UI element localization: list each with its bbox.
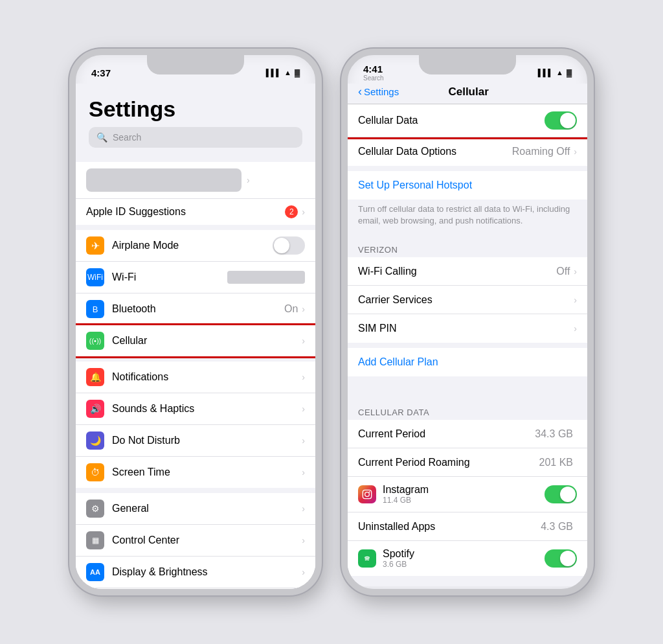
display-chevron: › bbox=[302, 567, 305, 577]
left-time: 4:37 bbox=[91, 67, 111, 78]
instagram-row[interactable]: Instagram 11.4 GB bbox=[348, 477, 587, 512]
cellular-data-group: Cellular Data Cellular Data Options Roam… bbox=[348, 104, 587, 166]
spotify-icon bbox=[358, 549, 376, 568]
apple-id-badge: 2 bbox=[285, 205, 298, 218]
sim-pin-row[interactable]: SIM PIN › bbox=[348, 314, 587, 343]
do-not-disturb-row[interactable]: 🌙 Do Not Disturb › bbox=[76, 425, 315, 457]
screen-time-label: Screen Time bbox=[112, 466, 302, 478]
cellular-row[interactable]: ((•)) Cellular › bbox=[76, 325, 315, 356]
current-period-value: 34.3 GB bbox=[535, 428, 573, 440]
accessibility-row[interactable]: ♿ Accessibility › bbox=[76, 588, 315, 589]
sounds-chevron: › bbox=[302, 404, 305, 414]
airplane-mode-row[interactable]: ✈ Airplane Mode bbox=[76, 230, 315, 262]
right-wifi-status-icon: ▲ bbox=[556, 69, 563, 76]
uninstalled-apps-label: Uninstalled Apps bbox=[358, 521, 541, 533]
screen-time-icon: ⏱ bbox=[86, 463, 104, 481]
current-period-row: Current Period 34.3 GB bbox=[348, 420, 587, 448]
wifi-row[interactable]: WiFi Wi-Fi bbox=[76, 262, 315, 293]
battery-icon: ▓ bbox=[295, 69, 300, 76]
cellular-data-usage-header: CELLULAR DATA bbox=[348, 397, 587, 420]
spotify-info: Spotify 3.6 GB bbox=[383, 548, 539, 569]
sim-pin-label: SIM PIN bbox=[358, 323, 574, 334]
back-button[interactable]: ‹ Settings bbox=[358, 85, 399, 98]
right-time: 4:41 bbox=[363, 63, 384, 75]
add-cellular-plan-row[interactable]: Add Cellular Plan bbox=[348, 348, 587, 376]
instagram-info: Instagram 11.4 GB bbox=[383, 484, 539, 505]
apple-id-group: › Apple ID Suggestions 2 › bbox=[76, 162, 315, 225]
spotify-toggle[interactable] bbox=[545, 549, 577, 568]
airplane-toggle[interactable] bbox=[273, 236, 305, 255]
instagram-name: Instagram bbox=[383, 484, 539, 496]
svg-rect-0 bbox=[363, 490, 371, 499]
wifi-label: Wi-Fi bbox=[112, 271, 227, 283]
notifications-icon: 🔔 bbox=[86, 368, 104, 386]
carrier-services-chevron: › bbox=[574, 295, 577, 305]
hotspot-group: Set Up Personal Hotspot bbox=[348, 171, 587, 200]
wifi-value-blurred bbox=[227, 271, 305, 284]
sim-pin-chevron: › bbox=[574, 323, 577, 334]
instagram-toggle[interactable] bbox=[545, 485, 577, 503]
cellular-data-label: Cellular Data bbox=[358, 115, 539, 126]
settings-title: Settings bbox=[89, 97, 302, 122]
carrier-services-row[interactable]: Carrier Services › bbox=[348, 286, 587, 314]
apple-id-suggestions-row[interactable]: Apple ID Suggestions 2 › bbox=[76, 199, 315, 225]
display-brightness-row[interactable]: AA Display & Brightness › bbox=[76, 557, 315, 588]
cellular-icon: ((•)) bbox=[86, 332, 104, 350]
hotspot-label: Set Up Personal Hotspot bbox=[358, 179, 472, 191]
sounds-haptics-row[interactable]: 🔊 Sounds & Haptics › bbox=[76, 393, 315, 425]
screen-time-row[interactable]: ⏱ Screen Time › bbox=[76, 457, 315, 488]
right-phone: 4:41 Search ▌▌▌ ▲ ▓ ‹ Settings Cellular bbox=[341, 49, 594, 595]
notifications-label: Notifications bbox=[112, 371, 302, 383]
right-battery-icon: ▓ bbox=[567, 69, 572, 76]
cellular-data-toggle[interactable] bbox=[545, 111, 577, 130]
right-status-icons: ▌▌▌ ▲ ▓ bbox=[538, 69, 572, 76]
control-center-row[interactable]: ▦ Control Center › bbox=[76, 525, 315, 557]
verizon-header: VERIZON bbox=[348, 235, 587, 257]
notifications-row[interactable]: 🔔 Notifications › bbox=[76, 362, 315, 393]
svg-point-1 bbox=[365, 492, 370, 497]
spacer-2 bbox=[348, 387, 587, 397]
bluetooth-row[interactable]: B Bluetooth On › bbox=[76, 293, 315, 325]
instagram-size: 11.4 GB bbox=[383, 496, 539, 505]
left-notch bbox=[147, 55, 244, 75]
right-screen-content: Cellular Data Cellular Data Options Roam… bbox=[348, 104, 587, 586]
general-row[interactable]: ⚙ General › bbox=[76, 493, 315, 525]
spotify-row[interactable]: Spotify 3.6 GB bbox=[348, 541, 587, 576]
search-bar[interactable]: 🔍 Search bbox=[89, 127, 302, 148]
hotspot-row[interactable]: Set Up Personal Hotspot bbox=[348, 171, 587, 200]
general-label: General bbox=[112, 503, 302, 514]
notifications-group: 🔔 Notifications › 🔊 Sounds & Haptics › 🌙… bbox=[76, 362, 315, 488]
display-label: Display & Brightness bbox=[112, 566, 302, 578]
signal-icon: ▌▌▌ bbox=[266, 69, 281, 76]
apple-id-blurred bbox=[86, 168, 242, 192]
general-chevron: › bbox=[302, 503, 305, 514]
cellular-data-options-row[interactable]: Cellular Data Options Roaming Off › bbox=[348, 137, 587, 166]
cellular-data-options-value: Roaming Off bbox=[512, 146, 570, 157]
bluetooth-icon: B bbox=[86, 300, 104, 318]
cellular-data-row[interactable]: Cellular Data bbox=[348, 104, 587, 137]
cellular-options-chevron: › bbox=[574, 146, 577, 157]
search-placeholder: Search bbox=[113, 132, 141, 143]
apple-id-suggestions-label: Apple ID Suggestions bbox=[86, 206, 285, 218]
system-group: ⚙ General › ▦ Control Center › AA Displa… bbox=[76, 493, 315, 589]
cellular-data-usage-group: Current Period 34.3 GB Current Period Ro… bbox=[348, 420, 587, 576]
sounds-icon: 🔊 bbox=[86, 400, 104, 418]
bluetooth-label: Bluetooth bbox=[112, 303, 284, 315]
wifi-icon: WiFi bbox=[86, 268, 104, 286]
wifi-calling-chevron: › bbox=[574, 266, 577, 277]
cellular-description: Turn off cellular data to restrict all d… bbox=[348, 200, 587, 235]
spotify-name: Spotify bbox=[383, 548, 539, 560]
current-period-roaming-label: Current Period Roaming bbox=[358, 457, 539, 468]
back-chevron-icon: ‹ bbox=[358, 85, 362, 98]
general-icon: ⚙ bbox=[86, 500, 104, 518]
add-cellular-plan-label: Add Cellular Plan bbox=[358, 356, 438, 368]
wifi-calling-row[interactable]: Wi-Fi Calling Off › bbox=[348, 257, 587, 286]
spotify-size: 3.6 GB bbox=[383, 560, 539, 569]
airplane-icon: ✈ bbox=[86, 236, 104, 255]
screen-time-chevron: › bbox=[302, 467, 305, 477]
wifi-calling-value: Off bbox=[556, 266, 570, 277]
apple-id-suggestions-chevron: › bbox=[302, 207, 305, 217]
svg-point-2 bbox=[369, 492, 370, 493]
right-notch bbox=[419, 55, 516, 75]
apple-id-chevron: › bbox=[247, 175, 250, 185]
